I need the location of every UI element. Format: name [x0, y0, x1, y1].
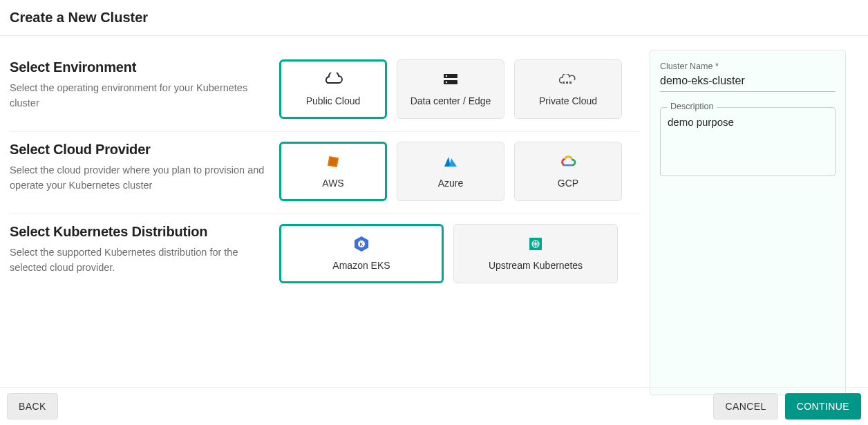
option-upstream-kubernetes[interactable]: Upstream Kubernetes	[453, 224, 618, 283]
section-provider-title: Select Cloud Provider	[10, 142, 265, 158]
section-distribution: Select Kubernetes Distribution Select th…	[10, 214, 640, 296]
option-gcp[interactable]: GCP	[514, 142, 622, 201]
section-distribution-text: Select Kubernetes Distribution Select th…	[10, 224, 279, 283]
option-amazon-eks[interactable]: K Amazon EKS	[279, 224, 444, 283]
svg-rect-6	[569, 82, 572, 84]
section-provider-desc: Select the cloud provider where you plan…	[10, 163, 265, 193]
aws-icon	[326, 154, 341, 169]
description-input[interactable]	[668, 116, 828, 164]
back-button[interactable]: BACK	[7, 393, 58, 419]
server-icon	[442, 72, 459, 87]
svg-point-1	[446, 75, 447, 77]
description-label: Description	[668, 102, 717, 111]
upstream-kubernetes-icon	[528, 236, 543, 252]
provider-options: AWS Azure GCP	[279, 142, 622, 201]
option-label: AWS	[322, 178, 343, 189]
main-area: Select Environment Select the operating …	[0, 36, 868, 395]
footer: BACK CANCEL CONTINUE	[0, 387, 868, 425]
svg-rect-8	[329, 158, 337, 166]
distribution-options: K Amazon EKS Upstream Kubernetes	[279, 224, 618, 283]
svg-point-3	[446, 82, 447, 83]
section-environment-title: Select Environment	[10, 59, 265, 75]
svg-rect-4	[563, 82, 565, 84]
option-azure[interactable]: Azure	[397, 142, 504, 201]
footer-right: CANCEL CONTINUE	[713, 393, 861, 419]
option-label: Azure	[438, 178, 464, 189]
section-environment: Select Environment Select the operating …	[10, 50, 640, 131]
svg-rect-5	[566, 82, 568, 84]
option-label: Private Cloud	[539, 95, 597, 106]
cancel-button[interactable]: CANCEL	[713, 393, 777, 419]
option-label: Upstream Kubernetes	[489, 260, 583, 271]
section-environment-desc: Select the operating environment for you…	[10, 81, 265, 111]
config-sections: Select Environment Select the operating …	[0, 36, 650, 395]
gcp-icon	[560, 154, 576, 169]
environment-options: Public Cloud Data center / Edge Private …	[279, 59, 622, 119]
continue-button[interactable]: CONTINUE	[785, 393, 861, 419]
cloud-icon	[323, 72, 343, 87]
svg-marker-10	[449, 158, 457, 167]
svg-text:K: K	[359, 242, 363, 247]
option-label: Amazon EKS	[332, 260, 390, 271]
section-distribution-desc: Select the supported Kubernetes distribu…	[10, 245, 265, 276]
page-title: Create a New Cluster	[0, 0, 868, 36]
option-private-cloud[interactable]: Private Cloud	[514, 59, 622, 119]
option-label: Public Cloud	[306, 95, 361, 106]
section-environment-text: Select Environment Select the operating …	[10, 59, 279, 119]
option-label: Data center / Edge	[411, 95, 491, 106]
cluster-name-label: Cluster Name *	[660, 62, 836, 71]
option-label: GCP	[558, 178, 578, 189]
eks-icon: K	[353, 236, 370, 252]
option-public-cloud[interactable]: Public Cloud	[279, 59, 387, 119]
cluster-name-input[interactable]	[660, 73, 836, 92]
description-field: Description	[660, 107, 836, 176]
section-provider-text: Select Cloud Provider Select the cloud p…	[10, 142, 279, 201]
option-aws[interactable]: AWS	[279, 142, 387, 201]
private-cloud-icon	[559, 72, 577, 87]
option-data-center[interactable]: Data center / Edge	[397, 59, 504, 119]
details-panel: Cluster Name * Description	[650, 50, 846, 395]
azure-icon	[443, 154, 458, 169]
section-provider: Select Cloud Provider Select the cloud p…	[10, 131, 640, 214]
section-distribution-title: Select Kubernetes Distribution	[10, 224, 265, 240]
